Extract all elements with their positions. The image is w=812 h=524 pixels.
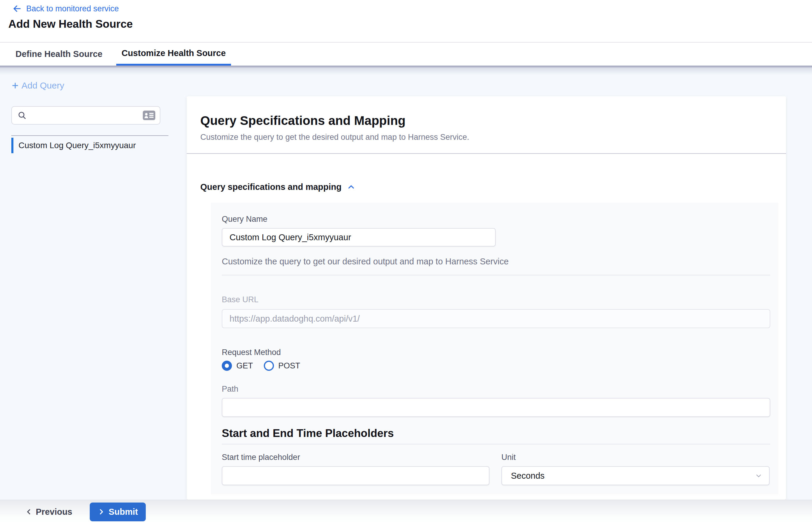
- query-name-label: Query Name: [222, 215, 770, 224]
- request-method-radio-group: GET POST: [222, 361, 770, 371]
- radio-post[interactable]: [264, 361, 274, 371]
- query-form-panel: Query Name Customize the query to get ou…: [211, 203, 778, 494]
- tab-bar: Define Health Source Customize Health So…: [0, 43, 812, 66]
- placeholders-divider: [222, 444, 770, 444]
- request-method-label: Request Method: [222, 348, 770, 357]
- arrow-left-icon: [12, 4, 22, 14]
- add-health-source-screen: Back to monitored service Add New Health…: [0, 0, 812, 524]
- base-url-input: [222, 309, 770, 328]
- selected-indicator-bar: [11, 138, 13, 153]
- sidebar-divider: [11, 135, 168, 136]
- radio-get-label: GET: [237, 361, 253, 371]
- add-query-label: Add Query: [21, 81, 64, 91]
- previous-button[interactable]: Previous: [25, 507, 72, 517]
- query-search-box: [11, 106, 160, 125]
- start-time-input[interactable]: [222, 466, 489, 485]
- query-mapping-card: Query Specifications and Mapping Customi…: [186, 96, 786, 500]
- form-divider: [222, 275, 770, 275]
- query-item-label: Custom Log Query_i5xmyyuaur: [18, 141, 136, 150]
- tab-define-health-source[interactable]: Define Health Source: [16, 43, 108, 66]
- query-list-item[interactable]: Custom Log Query_i5xmyyuaur: [11, 138, 168, 153]
- base-url-label: Base URL: [222, 295, 770, 304]
- radio-get[interactable]: [222, 361, 232, 371]
- chevron-up-icon: [347, 183, 355, 191]
- search-input[interactable]: [30, 111, 143, 120]
- chevron-down-icon: [755, 472, 763, 479]
- search-icon: [17, 111, 27, 120]
- unit-select[interactable]: Seconds: [501, 466, 770, 485]
- unit-label: Unit: [501, 453, 769, 462]
- path-input[interactable]: [222, 398, 770, 417]
- card-title: Query Specifications and Mapping: [200, 114, 773, 128]
- back-link-label: Back to monitored service: [26, 4, 119, 13]
- footer-bar: Previous Submit: [0, 500, 812, 524]
- chevron-left-icon: [25, 508, 33, 515]
- card-header: Query Specifications and Mapping Customi…: [186, 96, 786, 142]
- unit-field: Unit Seconds: [501, 453, 769, 485]
- radio-post-label: POST: [278, 361, 301, 371]
- start-time-label: Start time placeholder: [222, 453, 489, 462]
- card-header-divider: [186, 153, 786, 154]
- page-title: Add New Health Source: [9, 18, 133, 30]
- submit-button[interactable]: Submit: [90, 503, 146, 521]
- back-link[interactable]: Back to monitored service: [12, 4, 119, 14]
- query-name-helper-text: Customize the query to get our desired o…: [222, 257, 770, 266]
- path-label: Path: [222, 384, 770, 394]
- section-collapse-toggle[interactable]: Query specifications and mapping: [200, 182, 786, 192]
- previous-button-label: Previous: [36, 507, 72, 517]
- tab-customize-health-source[interactable]: Customize Health Source: [116, 43, 231, 66]
- section-title: Query specifications and mapping: [200, 182, 342, 192]
- submit-button-label: Submit: [109, 507, 138, 517]
- query-name-input[interactable]: [222, 228, 496, 246]
- placeholders-heading: Start and End Time Placeholders: [222, 427, 770, 440]
- contact-card-icon[interactable]: [143, 110, 156, 121]
- placeholders-row: Start time placeholder Unit Seconds: [222, 453, 770, 485]
- chevron-right-icon: [97, 508, 105, 515]
- unit-select-value: Seconds: [511, 471, 545, 481]
- add-query-button[interactable]: Add Query: [11, 81, 64, 91]
- start-time-field: Start time placeholder: [222, 453, 489, 485]
- card-subtitle: Customize the query to get the desired o…: [200, 133, 773, 142]
- plus-icon: [11, 81, 20, 90]
